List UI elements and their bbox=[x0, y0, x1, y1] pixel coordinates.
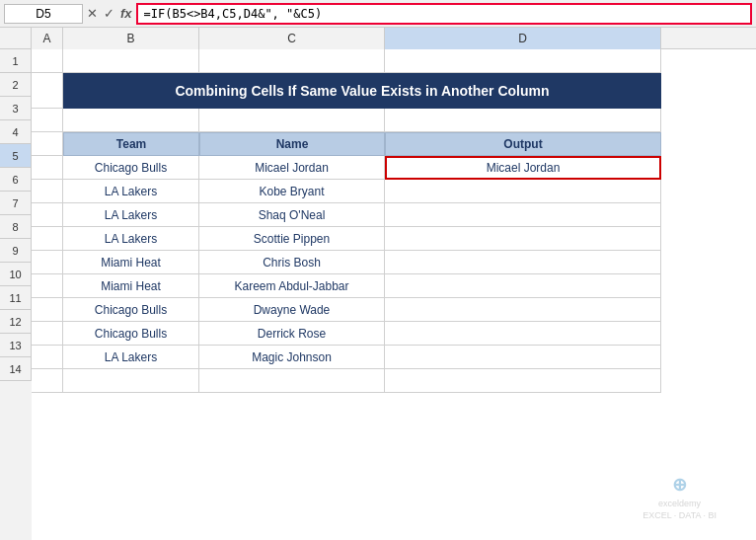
cell-a9[interactable] bbox=[32, 251, 63, 274]
cell-a12[interactable] bbox=[32, 322, 63, 346]
cell-c14[interactable] bbox=[199, 369, 385, 393]
row-headers: 1 2 3 4 5 6 7 8 9 10 11 12 13 14 bbox=[0, 49, 32, 540]
cell-d3[interactable] bbox=[385, 109, 661, 132]
cell-a10[interactable] bbox=[32, 274, 63, 298]
cell-b3[interactable] bbox=[63, 109, 199, 132]
row-header-2[interactable]: 2 bbox=[0, 73, 32, 97]
cell-c8[interactable]: Scottie Pippen bbox=[199, 227, 385, 251]
cell-c13[interactable]: Magic Johnson bbox=[199, 346, 385, 369]
cell-a2[interactable] bbox=[32, 73, 63, 109]
watermark-text: exceldemyEXCEL · DATA · BI bbox=[643, 498, 717, 522]
row-header-11[interactable]: 11 bbox=[0, 286, 32, 310]
row-header-3[interactable]: 3 bbox=[0, 97, 32, 120]
cell-d10[interactable] bbox=[385, 274, 661, 298]
row-header-7[interactable]: 7 bbox=[0, 192, 32, 215]
cell-a3[interactable] bbox=[32, 109, 63, 132]
row-header-8[interactable]: 8 bbox=[0, 215, 32, 239]
row-header-12[interactable]: 12 bbox=[0, 310, 32, 334]
row-header-5[interactable]: 5 bbox=[0, 144, 32, 168]
cell-c5[interactable]: Micael Jordan bbox=[199, 156, 385, 180]
row-header-1[interactable]: 1 bbox=[0, 49, 32, 73]
cell-a6[interactable] bbox=[32, 180, 63, 203]
header-team: Team bbox=[63, 132, 199, 156]
cell-c3[interactable] bbox=[199, 109, 385, 132]
col-header-c[interactable]: C bbox=[199, 28, 385, 49]
cell-b6[interactable]: LA Lakers bbox=[63, 180, 199, 203]
cell-b14[interactable] bbox=[63, 369, 199, 393]
cell-d14[interactable] bbox=[385, 369, 661, 393]
col-header-b[interactable]: B bbox=[63, 28, 199, 49]
row-header-9[interactable]: 9 bbox=[0, 239, 32, 263]
cell-c10[interactable]: Kareem Abdul-Jabbar bbox=[199, 274, 385, 298]
cell-b9[interactable]: Miami Heat bbox=[63, 251, 199, 274]
name-box[interactable]: D5 bbox=[4, 4, 83, 24]
table-row bbox=[32, 49, 756, 73]
confirm-icon[interactable]: ✓ bbox=[104, 6, 114, 21]
formula-bar-area: D5 ✕ ✓ fx =IF(B5<>B4,C5,D4&", "&C5) bbox=[0, 0, 756, 28]
table-row: LA Lakers Magic Johnson bbox=[32, 346, 756, 369]
header-name: Name bbox=[199, 132, 385, 156]
cell-a5[interactable] bbox=[32, 156, 63, 180]
cell-a8[interactable] bbox=[32, 227, 63, 251]
row-header-6[interactable]: 6 bbox=[0, 168, 32, 192]
title-cell: Combining Cells If Same Value Exists in … bbox=[63, 73, 661, 109]
cell-d9[interactable] bbox=[385, 251, 661, 274]
table-row: Miami Heat Kareem Abdul-Jabbar bbox=[32, 274, 756, 298]
cell-b12[interactable]: Chicago Bulls bbox=[63, 322, 199, 346]
cell-c6[interactable]: Kobe Bryant bbox=[199, 180, 385, 203]
col-header-a[interactable]: A bbox=[32, 28, 63, 49]
table-row: Team Name Output bbox=[32, 132, 756, 156]
cell-b13[interactable]: LA Lakers bbox=[63, 346, 199, 369]
table-row: Chicago Bulls Derrick Rose bbox=[32, 322, 756, 346]
row-header-13[interactable]: 13 bbox=[0, 334, 32, 357]
row-header-4[interactable]: 4 bbox=[0, 120, 32, 144]
cell-b5[interactable]: Chicago Bulls bbox=[63, 156, 199, 180]
column-headers: A B C D bbox=[0, 28, 756, 49]
cell-b11[interactable]: Chicago Bulls bbox=[63, 298, 199, 322]
table-row: LA Lakers Scottie Pippen bbox=[32, 227, 756, 251]
cell-d7[interactable] bbox=[385, 203, 661, 227]
table-row: LA Lakers Shaq O'Neal bbox=[32, 203, 756, 227]
cell-a11[interactable] bbox=[32, 298, 63, 322]
cell-c7[interactable]: Shaq O'Neal bbox=[199, 203, 385, 227]
table-row: Chicago Bulls Micael Jordan Micael Jorda… bbox=[32, 156, 756, 180]
row-header-10[interactable]: 10 bbox=[0, 263, 32, 286]
cell-d12[interactable] bbox=[385, 322, 661, 346]
cell-b10[interactable]: Miami Heat bbox=[63, 274, 199, 298]
cell-a4[interactable] bbox=[32, 132, 63, 156]
corner-cell bbox=[0, 28, 32, 48]
table-row bbox=[32, 109, 756, 132]
cell-a14[interactable] bbox=[32, 369, 63, 393]
cell-b1[interactable] bbox=[63, 49, 199, 73]
cell-c1[interactable] bbox=[199, 49, 385, 73]
header-output: Output bbox=[385, 132, 661, 156]
formula-input[interactable]: =IF(B5<>B4,C5,D4&", "&C5) bbox=[136, 3, 752, 25]
watermark-logo: ⊕ bbox=[643, 473, 717, 498]
cell-a13[interactable] bbox=[32, 346, 63, 369]
table-row: Combining Cells If Same Value Exists in … bbox=[32, 73, 756, 109]
formula-icons: ✕ ✓ fx bbox=[87, 6, 132, 21]
cell-c11[interactable]: Dwayne Wade bbox=[199, 298, 385, 322]
grid-cells: Combining Cells If Same Value Exists in … bbox=[32, 49, 756, 540]
spreadsheet-grid: 1 2 3 4 5 6 7 8 9 10 11 12 13 14 Combini… bbox=[0, 49, 756, 540]
insert-function-icon[interactable]: fx bbox=[120, 6, 132, 21]
cancel-icon[interactable]: ✕ bbox=[87, 6, 98, 21]
cell-d6[interactable] bbox=[385, 180, 661, 203]
table-row bbox=[32, 369, 756, 393]
cell-b7[interactable]: LA Lakers bbox=[63, 203, 199, 227]
cell-a1[interactable] bbox=[32, 49, 63, 73]
cell-d5[interactable]: Micael Jordan bbox=[385, 156, 661, 180]
col-header-d[interactable]: D bbox=[385, 28, 661, 49]
cell-d11[interactable] bbox=[385, 298, 661, 322]
table-row: LA Lakers Kobe Bryant bbox=[32, 180, 756, 203]
watermark: ⊕ exceldemyEXCEL · DATA · BI bbox=[643, 473, 717, 522]
cell-d13[interactable] bbox=[385, 346, 661, 369]
cell-d1[interactable] bbox=[385, 49, 661, 73]
cell-c12[interactable]: Derrick Rose bbox=[199, 322, 385, 346]
cell-c9[interactable]: Chris Bosh bbox=[199, 251, 385, 274]
cell-b8[interactable]: LA Lakers bbox=[63, 227, 199, 251]
table-row: Chicago Bulls Dwayne Wade bbox=[32, 298, 756, 322]
row-header-14[interactable]: 14 bbox=[0, 357, 32, 381]
cell-a7[interactable] bbox=[32, 203, 63, 227]
cell-d8[interactable] bbox=[385, 227, 661, 251]
